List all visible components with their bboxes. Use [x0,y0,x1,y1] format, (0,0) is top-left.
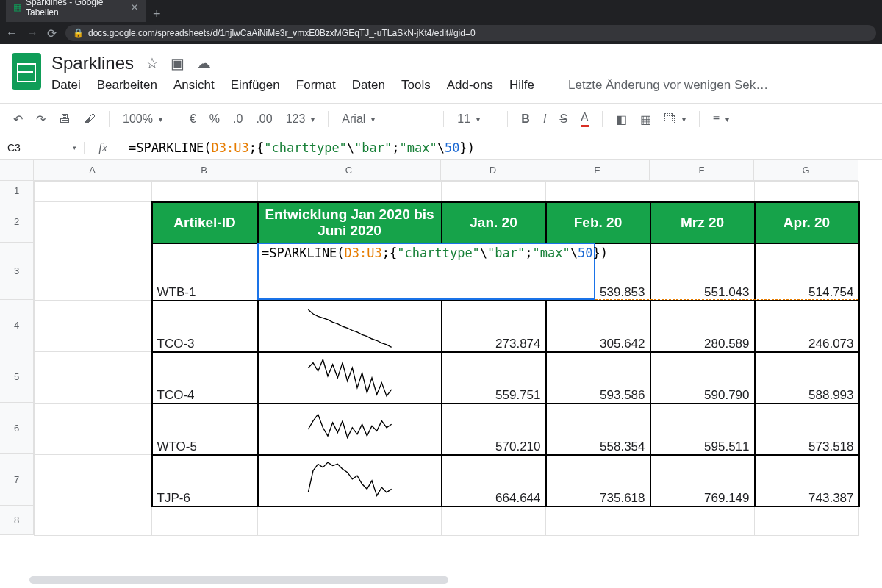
cell-E4[interactable]: 305.642 [546,301,650,352]
cell-F7[interactable]: 769.149 [650,455,755,506]
cell-F6[interactable]: 595.511 [650,404,755,455]
cell-F8[interactable] [650,506,755,536]
zoom-dropdown[interactable]: 100% [123,112,162,126]
sparkline-WTO-5[interactable] [258,404,442,455]
col-header-B[interactable]: B [151,160,257,181]
menu-ansicht[interactable]: Ansicht [173,78,215,93]
row-header-3[interactable]: 3 [0,243,34,300]
cell-id-TCO-4[interactable]: TCO-4 [152,352,258,404]
cell-E7[interactable]: 735.618 [546,455,650,506]
cell-D5[interactable]: 559.751 [442,352,546,404]
redo-icon[interactable]: ↷ [36,112,46,126]
cell-A5[interactable] [35,352,152,404]
undo-icon[interactable]: ↶ [13,112,23,126]
sparkline-TCO-4[interactable] [258,352,442,404]
menu-bearbeiten[interactable]: Bearbeiten [97,78,157,93]
move-icon[interactable]: ▣ [171,54,184,72]
cell-A1[interactable] [35,182,152,202]
h-align-icon[interactable]: ≡ [713,112,729,126]
cell-G4[interactable]: 246.073 [755,301,859,352]
cell-E1[interactable] [546,182,650,202]
cell-E6[interactable]: 558.354 [546,404,650,455]
borders-icon[interactable]: ▦ [640,112,651,126]
text-color-button[interactable]: A [581,111,589,127]
browser-tab[interactable]: ▦ Sparklines - Google Tabellen ✕ [6,0,146,22]
increase-decimal-button[interactable]: .00 [256,112,272,126]
currency-button[interactable]: € [190,112,196,126]
merge-cells-icon[interactable]: ⿻ [664,112,686,126]
fill-color-icon[interactable]: ◧ [616,112,627,126]
row-header-7[interactable]: 7 [0,454,34,506]
menu-einfuegen[interactable]: Einfügen [231,78,280,93]
cell-id-TJP-6[interactable]: TJP-6 [152,455,258,506]
col-header-G[interactable]: G [754,160,858,181]
number-format-dropdown[interactable]: 123 [286,112,315,126]
cloud-status-icon[interactable]: ☁ [196,54,211,72]
address-bar[interactable]: 🔒 docs.google.com/spreadsheets/d/1njlwCa… [65,25,876,41]
menu-daten[interactable]: Daten [352,78,385,93]
row-header-1[interactable]: 1 [0,181,34,201]
cell-G6[interactable]: 573.518 [755,404,859,455]
col-header-C[interactable]: C [257,160,441,181]
menu-addons[interactable]: Add-ons [447,78,493,93]
row-header-4[interactable]: 4 [0,300,34,351]
cell-D7[interactable]: 664.644 [442,455,546,506]
strikethrough-button[interactable]: S [559,112,567,126]
header-artikel-id[interactable]: Artikel-ID [152,202,258,243]
cell-F1[interactable] [650,182,755,202]
header-entwicklung[interactable]: Entwicklung Jan 2020 bis Juni 2020 [258,202,442,243]
cell-A2[interactable] [35,202,152,243]
menu-datei[interactable]: Datei [51,78,81,93]
cell-B8[interactable] [152,506,258,536]
header-feb[interactable]: Feb. 20 [546,202,650,243]
cell-D8[interactable] [442,506,546,536]
cell-id-WTB-1[interactable]: WTB-1 [152,243,258,301]
forward-icon[interactable]: → [26,26,38,40]
cell-G3[interactable]: 514.754 [755,243,859,301]
menu-tools[interactable]: Tools [401,78,431,93]
active-cell-editor[interactable]: =SPARKLINE(D3:U3;{"charttype"\"bar";"max… [257,243,595,300]
italic-button[interactable]: I [543,112,546,126]
menu-hilfe[interactable]: Hilfe [509,78,534,93]
paint-format-icon[interactable]: 🖌 [84,112,96,126]
cell-B1[interactable] [152,182,258,202]
bold-button[interactable]: B [521,112,530,126]
col-header-A[interactable]: A [34,160,151,181]
row-header-2[interactable]: 2 [0,201,34,243]
cell-E5[interactable]: 593.586 [546,352,650,404]
sparkline-TCO-3[interactable] [258,301,442,352]
decrease-decimal-button[interactable]: .0 [233,112,243,126]
cell-D1[interactable] [442,182,546,202]
header-jan[interactable]: Jan. 20 [442,202,546,243]
cell-A3[interactable] [35,243,152,301]
cell-A8[interactable] [35,506,152,536]
cell-E8[interactable] [546,506,650,536]
cell-G7[interactable]: 743.387 [755,455,859,506]
document-title[interactable]: Sparklines [51,53,134,74]
cell-G5[interactable]: 588.993 [755,352,859,404]
percent-button[interactable]: % [209,112,220,126]
col-header-E[interactable]: E [545,160,650,181]
print-icon[interactable]: 🖶 [59,112,71,126]
cell-C1[interactable] [258,182,442,202]
horizontal-scrollbar[interactable] [29,576,448,584]
header-apr[interactable]: Apr. 20 [755,202,859,243]
cell-C8[interactable] [258,506,442,536]
cell-F3[interactable]: 551.043 [650,243,755,301]
row-header-8[interactable]: 8 [0,506,34,535]
col-header-F[interactable]: F [650,160,754,181]
cell-A4[interactable] [35,301,152,352]
sparkline-TJP-6[interactable] [258,455,442,506]
new-tab-button[interactable]: + [146,7,168,22]
cell-F5[interactable]: 590.790 [650,352,755,404]
sheets-logo-icon[interactable] [12,53,41,90]
menu-format[interactable]: Format [296,78,336,93]
cell-G8[interactable] [755,506,859,536]
cell-D4[interactable]: 273.874 [442,301,546,352]
name-box[interactable]: C3 [0,142,85,154]
formula-bar[interactable]: =SPARKLINE(D3:U3;{"charttype"\"bar";"max… [121,140,882,155]
row-header-6[interactable]: 6 [0,403,34,454]
cell-id-TCO-3[interactable]: TCO-3 [152,301,258,352]
font-family-dropdown[interactable]: Arial [342,112,430,126]
reload-icon[interactable]: ⟳ [47,26,57,40]
